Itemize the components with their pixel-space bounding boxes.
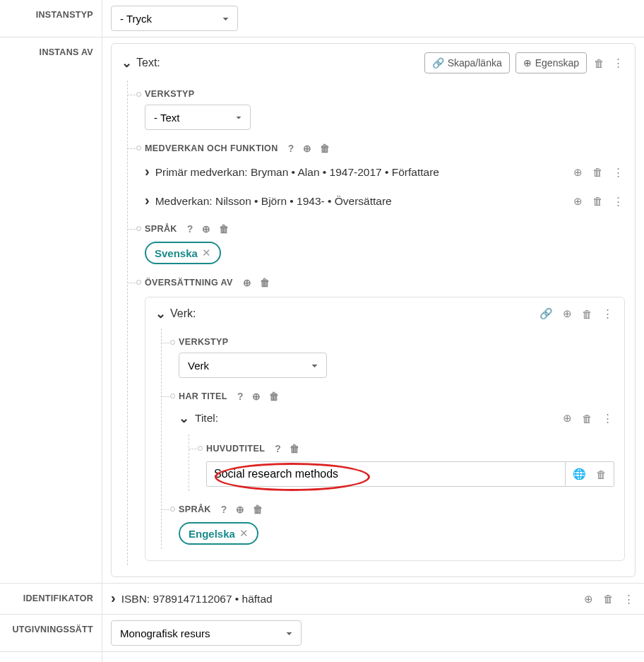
chevron-down-icon[interactable] — [121, 55, 132, 71]
chevron-right-icon[interactable] — [111, 591, 116, 607]
help-icon[interactable]: ? — [236, 389, 245, 403]
field-label-identifikator: IDENTIFIKATOR — [0, 584, 102, 614]
plus-icon[interactable]: ⊕ — [561, 410, 573, 426]
plus-icon[interactable]: ⊕ — [583, 591, 595, 607]
more-icon[interactable]: ⋮ — [601, 306, 614, 321]
plus-icon[interactable]: ⊕ — [242, 276, 253, 290]
plus-icon[interactable]: ⊕ — [561, 306, 573, 321]
more-icon[interactable]: ⋮ — [622, 591, 636, 607]
trash-icon[interactable]: 🗑 — [268, 389, 280, 403]
trash-icon[interactable]: 🗑 — [288, 442, 301, 456]
trash-icon[interactable]: 🗑 — [217, 222, 230, 236]
section-oversattning: ÖVERSÄTTNING AV ⊕ 🗑 — [145, 276, 272, 290]
egenskap-button[interactable]: ⊕ Egenskap — [515, 52, 587, 73]
section-verkstyp-nested: VERKSTYP — [179, 337, 229, 347]
field-label-instanstyp: INSTANSTYP — [0, 0, 102, 37]
trash-icon[interactable]: 🗑 — [591, 194, 604, 208]
chevron-down-icon[interactable] — [179, 410, 189, 426]
section-sprak-nested: SPRÅK ? ⊕ 🗑 — [179, 502, 265, 516]
plus-icon[interactable]: ⊕ — [583, 660, 595, 663]
utgivningssatt-select[interactable]: Monografisk resurs — [111, 620, 302, 646]
plus-icon[interactable]: ⊕ — [201, 222, 212, 236]
globe-icon[interactable]: 🌐 — [571, 466, 588, 482]
section-verkstyp: VERKSTYP — [145, 89, 195, 99]
more-icon[interactable]: ⋮ — [612, 55, 625, 71]
instansav-panel: Text: 🔗 Skapa/länka ⊕ Egenskap 🗑 ⋮ — [111, 43, 636, 577]
section-hartitel-nested: HAR TITEL ? ⊕ 🗑 — [179, 389, 281, 403]
remove-pill-icon[interactable]: ✕ — [239, 527, 249, 540]
trash-icon[interactable]: 🗑 — [580, 411, 594, 426]
field-label-hartitel: HAR TITEL — [0, 652, 102, 662]
remove-pill-icon[interactable]: ✕ — [202, 247, 211, 259]
help-icon[interactable]: ? — [220, 502, 229, 516]
titel-line: Titel: — [195, 412, 218, 425]
section-huvudtitel: HUVUDTITEL ? 🗑 — [206, 442, 302, 456]
trash-icon[interactable]: 🗑 — [318, 141, 331, 155]
trash-icon[interactable]: 🗑 — [258, 276, 271, 290]
section-medverkan: MEDVERKAN OCH FUNKTION ? ⊕ 🗑 — [145, 141, 331, 155]
language-pill-svenska[interactable]: Svenska ✕ — [145, 242, 221, 264]
medverkan-line[interactable]: Medverkan: Nilsson • Björn • 1943- • Öve… — [155, 195, 392, 208]
help-icon[interactable]: ? — [273, 442, 282, 456]
plus-icon[interactable]: ⊕ — [234, 502, 246, 516]
more-icon[interactable]: ⋮ — [622, 660, 636, 663]
primar-medverkan-line[interactable]: Primär medverkan: Bryman • Alan • 1947-2… — [155, 166, 439, 179]
language-pill-engelska[interactable]: Engelska ✕ — [179, 522, 258, 545]
more-icon[interactable]: ⋮ — [612, 194, 625, 209]
plus-icon[interactable]: ⊕ — [572, 194, 584, 209]
more-icon[interactable]: ⋮ — [601, 410, 614, 426]
chevron-right-icon[interactable] — [145, 164, 150, 180]
panel-title-text: Text: — [136, 57, 160, 69]
link-icon: 🔗 — [432, 57, 444, 69]
trash-icon[interactable]: 🗑 — [602, 591, 615, 606]
plus-icon[interactable]: ⊕ — [572, 165, 584, 180]
trash-icon[interactable]: 🗑 — [580, 307, 594, 321]
chevron-right-icon[interactable] — [145, 193, 150, 209]
plus-icon[interactable]: ⊕ — [302, 141, 313, 155]
identifikator-line[interactable]: ISBN: 9789147112067 • häftad — [121, 593, 273, 605]
help-icon[interactable]: ? — [186, 222, 195, 236]
chevron-down-icon[interactable] — [155, 306, 166, 321]
trash-icon[interactable]: 🗑 — [592, 56, 606, 71]
verkstyp-select[interactable]: - Text — [145, 105, 251, 130]
verk-verkstyp-select[interactable]: Verk — [179, 353, 327, 378]
plus-circle-icon: ⊕ — [523, 57, 532, 69]
trash-icon[interactable]: 🗑 — [251, 502, 264, 516]
chevron-right-icon[interactable] — [111, 659, 116, 662]
huvudtitel-input[interactable] — [206, 461, 566, 487]
section-sprak: SPRÅK ? ⊕ 🗑 — [145, 222, 231, 236]
verk-title: Verk: — [170, 307, 196, 320]
help-icon[interactable]: ? — [287, 141, 296, 155]
trash-icon[interactable]: 🗑 — [595, 467, 608, 482]
more-icon[interactable]: ⋮ — [612, 165, 625, 180]
instanstyp-select[interactable]: - Tryck — [111, 6, 238, 31]
skapa-lanka-button[interactable]: 🔗 Skapa/länka — [424, 52, 510, 73]
plus-icon[interactable]: ⊕ — [251, 389, 262, 403]
field-label-instansav: INSTANS AV — [0, 37, 102, 583]
trash-icon[interactable]: 🗑 — [591, 165, 604, 179]
verk-panel: Verk: 🔗 ⊕ 🗑 ⋮ — [145, 297, 625, 561]
field-label-utgivningssatt: UTGIVNINGSSÄTT — [0, 615, 102, 651]
link-icon[interactable]: 🔗 — [538, 306, 554, 321]
